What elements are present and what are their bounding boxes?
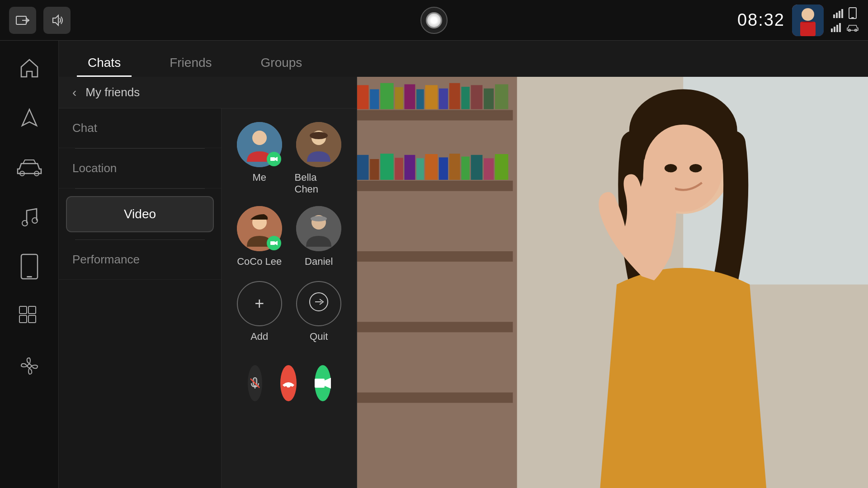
svg-point-83 (689, 164, 702, 172)
sidebar-item-music[interactable] (11, 199, 47, 235)
tabs-bar: Chats Friends Groups (59, 41, 868, 77)
svg-rect-37 (270, 241, 275, 245)
svg-rect-44 (315, 379, 325, 388)
friends-grid: Me (235, 122, 343, 267)
car-icon-top (846, 23, 859, 33)
svg-point-40 (311, 216, 327, 221)
svg-rect-69 (395, 158, 403, 180)
avatar-me (237, 122, 282, 167)
svg-rect-72 (425, 154, 438, 180)
friend-item-me[interactable]: Me (235, 122, 284, 195)
svg-rect-77 (484, 158, 494, 180)
svg-point-29 (252, 131, 267, 145)
svg-rect-62 (461, 87, 469, 109)
svg-rect-73 (439, 157, 448, 180)
signal-5g-bottom (831, 22, 844, 33)
friend-name-coco: CoCo Lee (237, 256, 282, 267)
add-button-item[interactable]: + Add (235, 281, 284, 343)
quit-button[interactable] (296, 281, 341, 326)
avatar-image (792, 5, 824, 36)
sidebar-item-navigate[interactable] (11, 99, 47, 136)
mute-button[interactable] (248, 365, 262, 401)
video-panel (357, 77, 868, 488)
alexa-button[interactable] (420, 7, 448, 34)
nav-location-label: Location (72, 161, 117, 175)
friend-name-daniel: Daniel (305, 256, 333, 267)
nav-item-performance[interactable]: Performance (59, 240, 221, 280)
friend-item-bella[interactable]: Bella Chen (295, 122, 344, 195)
clock: 08:32 (737, 10, 785, 30)
svg-rect-31 (270, 157, 275, 161)
panel-title: My friends (85, 85, 140, 99)
hangup-button[interactable] (280, 365, 297, 401)
main-content: Chats Friends Groups ‹ My friends Chat L (59, 41, 868, 488)
friend-item-daniel[interactable]: Daniel (295, 206, 344, 267)
svg-rect-60 (439, 89, 448, 109)
add-icon: + (255, 294, 264, 313)
nav-item-location[interactable]: Location (59, 149, 221, 188)
top-bar-left (9, 7, 71, 34)
quit-button-item[interactable]: Quit (295, 281, 344, 343)
sidebar-item-phone[interactable] (11, 249, 47, 285)
svg-rect-50 (357, 251, 513, 262)
action-buttons: + Add (235, 281, 343, 343)
svg-rect-70 (404, 155, 415, 180)
svg-rect-75 (461, 156, 469, 179)
tab-friends[interactable]: Friends (159, 50, 222, 77)
nav-chat-label: Chat (72, 121, 97, 135)
svg-rect-74 (449, 154, 460, 180)
phone-icon-top (849, 7, 857, 20)
add-button[interactable]: + (237, 281, 282, 326)
volume-button[interactable] (43, 7, 71, 34)
svg-rect-26 (28, 315, 36, 323)
avatar-daniel (296, 206, 341, 251)
friend-name-me: Me (252, 172, 266, 183)
avatar-daniel-image (296, 206, 341, 251)
top-bar-right: 08:32 (737, 5, 859, 36)
svg-rect-4 (800, 22, 816, 36)
left-panel: ‹ My friends Chat Location Video (59, 77, 357, 488)
svg-rect-21 (21, 254, 38, 279)
svg-rect-49 (357, 181, 513, 191)
add-label: Add (250, 331, 268, 343)
nav-item-video[interactable]: Video (66, 196, 214, 232)
svg-rect-48 (357, 110, 513, 121)
left-nav-panel: Chat Location Video Performance (59, 108, 222, 488)
nav-performance-label: Performance (72, 253, 140, 267)
sidebar-item-home[interactable] (11, 50, 47, 86)
sidebar-item-car[interactable] (11, 149, 47, 185)
svg-rect-51 (357, 322, 513, 332)
tab-groups[interactable]: Groups (250, 50, 313, 77)
svg-rect-25 (19, 315, 27, 323)
back-button[interactable]: ‹ (72, 85, 76, 100)
nav-item-chat[interactable]: Chat (59, 108, 221, 148)
left-sidebar (0, 41, 59, 488)
svg-rect-58 (416, 89, 424, 109)
avatar-coco (237, 206, 282, 251)
svg-rect-12 (834, 27, 835, 32)
friends-area: Me (222, 108, 357, 488)
svg-point-34 (310, 132, 328, 139)
svg-rect-64 (484, 89, 494, 109)
svg-rect-7 (839, 11, 840, 18)
sidebar-item-apps[interactable] (11, 298, 47, 334)
signal-5g-top (833, 8, 846, 19)
video-background (357, 77, 868, 488)
tab-chats[interactable]: Chats (77, 50, 132, 77)
svg-rect-56 (395, 87, 403, 109)
svg-rect-6 (836, 13, 838, 18)
quit-label: Quit (310, 331, 328, 343)
svg-rect-76 (471, 155, 483, 180)
svg-rect-53 (357, 85, 368, 109)
svg-rect-65 (495, 84, 508, 109)
video-button[interactable] (315, 365, 331, 401)
friend-name-bella: Bella Chen (295, 172, 344, 195)
svg-rect-54 (370, 89, 379, 109)
sidebar-item-fan[interactable] (11, 348, 47, 384)
share-button[interactable] (9, 7, 36, 34)
user-avatar[interactable] (792, 5, 824, 36)
svg-rect-10 (851, 17, 854, 18)
friend-item-coco[interactable]: CoCo Lee (235, 206, 284, 267)
video-badge-me (267, 152, 281, 166)
call-controls (235, 356, 343, 415)
